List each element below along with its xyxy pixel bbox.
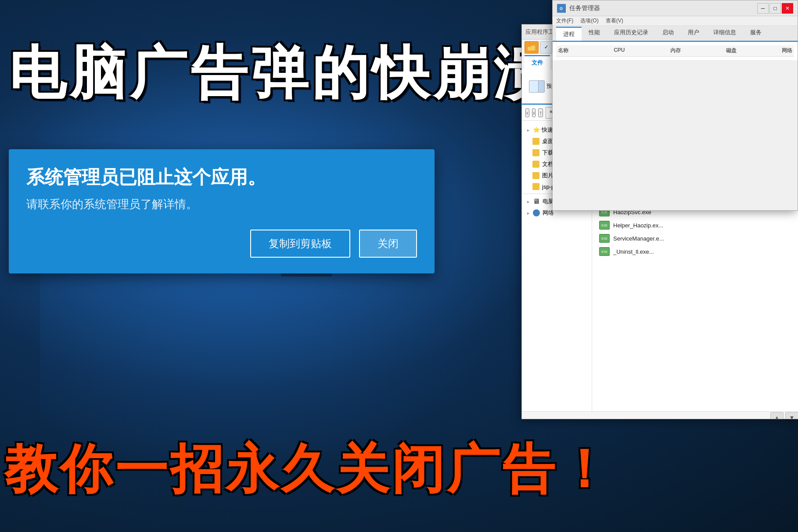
task-manager-title: 任务管理器 (569, 4, 754, 12)
scroll-up-button[interactable]: ▲ (770, 412, 784, 420)
pictures-folder-icon (532, 172, 539, 179)
dialog-buttons: 复制到剪贴板 关闭 (26, 230, 417, 258)
jsp-folder-icon (532, 183, 539, 190)
tm-tab-startup[interactable]: 启动 (655, 26, 681, 41)
tm-window-controls: ─ □ ✕ (757, 3, 793, 14)
task-manager-tabs: 进程 性能 应用历史记录 启动 用户 详细信息 服务 (553, 26, 798, 42)
dialog-title: 系统管理员已阻止这个应用。 (26, 165, 417, 190)
col-name: 名称 (558, 47, 568, 54)
forward-button[interactable]: › (532, 108, 536, 117)
svg-rect-1 (528, 46, 531, 47)
tm-close[interactable]: ✕ (782, 3, 793, 14)
file-item-helper[interactable]: EXE Helper_Haozip.ex... (596, 219, 798, 232)
process-list-header: 名称 CPU 内存 磁盘 网络 (556, 45, 794, 57)
exe-icon-uninst: EXE (599, 247, 610, 256)
computer-icon: 🖥 (533, 198, 540, 205)
menu-view[interactable]: 查看(V) (606, 17, 623, 25)
file-item-uninst[interactable]: EXE _Uninst_ll.exe... (596, 245, 798, 258)
downloads-folder-icon (532, 149, 539, 156)
system-blocked-dialog: 系统管理员已阻止这个应用。 请联系你的系统管理员了解详情。 复制到剪贴板 关闭 (9, 149, 435, 273)
tm-maximize[interactable]: □ (769, 3, 781, 14)
folder-icon (525, 41, 539, 54)
tm-minimize[interactable]: ─ (757, 3, 769, 14)
col-disk: 磁盘 (726, 47, 737, 54)
filename-uninst: _Uninst_ll.exe... (613, 248, 654, 255)
up-button[interactable]: ↑ (538, 108, 543, 117)
dialog-subtitle: 请联系你的系统管理员了解详情。 (26, 197, 417, 212)
menu-file[interactable]: 文件(F) (556, 17, 573, 25)
tm-tab-services[interactable]: 服务 (743, 26, 769, 41)
statusbar: ▲ ▼ (522, 411, 798, 419)
task-manager-content: 名称 CPU 内存 磁盘 网络 (553, 42, 798, 60)
col-memory: 内存 (670, 47, 681, 54)
computer-arrow: ▸ (527, 199, 529, 204)
desktop-folder-icon (532, 138, 539, 145)
filename-svcmgr: ServiceManager.e... (613, 235, 664, 242)
preview-pane-icon (529, 80, 545, 93)
task-manager-menubar: 文件(F) 选项(O) 查看(V) (553, 16, 798, 26)
task-manager-icon: ⚙ (557, 4, 566, 13)
network-icon (533, 209, 540, 216)
back-button[interactable]: ‹ (525, 108, 529, 117)
task-manager-window: ⚙ 任务管理器 ─ □ ✕ 文件(F) 选项(O) 查看(V) 进程 性能 应用… (552, 0, 798, 211)
checkmark-icon: ✓ (540, 41, 552, 54)
menu-options[interactable]: 选项(O) (580, 17, 598, 25)
tm-tab-users[interactable]: 用户 (681, 26, 706, 41)
exe-icon-svcmgr: EXE (599, 234, 610, 243)
scroll-controls: ▲ ▼ (770, 412, 798, 420)
copy-to-clipboard-button[interactable]: 复制到剪贴板 (250, 230, 350, 258)
tm-tab-history[interactable]: 应用历史记录 (607, 26, 655, 41)
svg-text:⚙: ⚙ (559, 6, 563, 11)
tm-tab-perf[interactable]: 性能 (582, 26, 607, 41)
tm-tab-process[interactable]: 进程 (556, 27, 582, 41)
filename-helper: Helper_Haozip.ex... (613, 222, 663, 229)
headline-bottom: 教你一招永久关闭广告！ (4, 434, 613, 506)
exe-icon-helper: EXE (599, 221, 610, 230)
quick-access-arrow: ▸ (527, 128, 529, 133)
tab-file[interactable]: 文件 (525, 55, 550, 69)
documents-folder-icon (532, 161, 539, 168)
col-cpu: CPU (614, 47, 625, 54)
task-manager-titlebar: ⚙ 任务管理器 ─ □ ✕ (553, 0, 798, 16)
scroll-down-button[interactable]: ▼ (785, 412, 798, 420)
close-dialog-button[interactable]: 关闭 (359, 230, 417, 258)
col-network: 网络 (782, 47, 792, 54)
tm-tab-details[interactable]: 详细信息 (706, 26, 743, 41)
network-arrow: ▸ (527, 211, 529, 216)
file-item-svcmgr[interactable]: EXE ServiceManager.e... (596, 232, 798, 245)
